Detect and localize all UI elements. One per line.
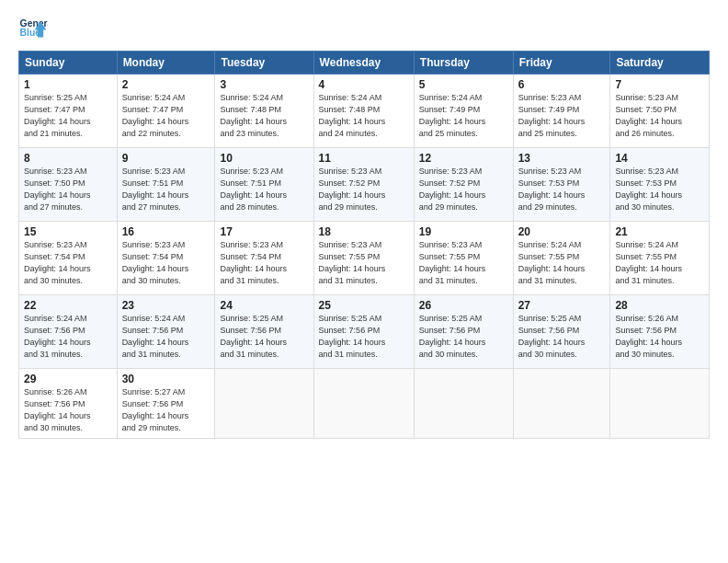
day-info: Sunrise: 5:23 AMSunset: 7:54 PMDaylight:… [220, 239, 308, 287]
day-number: 7 [615, 78, 704, 91]
day-info: Sunrise: 5:24 AMSunset: 7:55 PMDaylight:… [518, 239, 606, 287]
day-number: 4 [319, 78, 409, 91]
day-info: Sunrise: 5:26 AMSunset: 7:56 PMDaylight:… [615, 313, 704, 361]
table-row: 23Sunrise: 5:24 AMSunset: 7:56 PMDayligh… [117, 295, 215, 369]
day-number: 2 [122, 78, 210, 91]
day-info: Sunrise: 5:24 AMSunset: 7:48 PMDaylight:… [319, 92, 409, 140]
table-row: 28Sunrise: 5:26 AMSunset: 7:56 PMDayligh… [610, 295, 710, 369]
table-row: 22Sunrise: 5:24 AMSunset: 7:56 PMDayligh… [19, 295, 118, 369]
day-info: Sunrise: 5:23 AMSunset: 7:50 PMDaylight:… [24, 166, 112, 213]
col-saturday: Saturday [610, 52, 710, 75]
day-number: 13 [518, 152, 606, 165]
day-number: 12 [419, 152, 508, 165]
table-row: 24Sunrise: 5:25 AMSunset: 7:56 PMDayligh… [215, 295, 313, 369]
header: General Blue [18, 14, 710, 43]
table-row: 19Sunrise: 5:23 AMSunset: 7:55 PMDayligh… [414, 222, 513, 295]
table-row: 20Sunrise: 5:24 AMSunset: 7:55 PMDayligh… [513, 222, 610, 295]
day-number: 20 [518, 225, 606, 238]
day-number: 17 [220, 225, 308, 238]
col-wednesday: Wednesday [313, 52, 414, 75]
day-info: Sunrise: 5:24 AMSunset: 7:49 PMDaylight:… [419, 92, 508, 140]
day-number: 21 [615, 225, 704, 238]
table-row: 1Sunrise: 5:25 AMSunset: 7:47 PMDaylight… [19, 75, 118, 148]
day-info: Sunrise: 5:24 AMSunset: 7:55 PMDaylight:… [615, 239, 704, 287]
day-number: 28 [615, 299, 704, 312]
day-info: Sunrise: 5:24 AMSunset: 7:47 PMDaylight:… [122, 92, 210, 140]
day-info: Sunrise: 5:24 AMSunset: 7:56 PMDaylight:… [122, 313, 210, 361]
day-number: 30 [122, 373, 210, 385]
table-row [513, 369, 610, 439]
table-row: 25Sunrise: 5:25 AMSunset: 7:56 PMDayligh… [313, 295, 414, 369]
col-tuesday: Tuesday [215, 52, 313, 75]
col-friday: Friday [513, 52, 610, 75]
day-number: 18 [319, 225, 409, 238]
day-info: Sunrise: 5:23 AMSunset: 7:52 PMDaylight:… [319, 166, 409, 213]
day-number: 25 [319, 299, 409, 312]
table-row: 11Sunrise: 5:23 AMSunset: 7:52 PMDayligh… [313, 148, 414, 222]
day-info: Sunrise: 5:23 AMSunset: 7:55 PMDaylight:… [419, 239, 508, 287]
day-info: Sunrise: 5:23 AMSunset: 7:51 PMDaylight:… [122, 166, 210, 213]
logo-icon: General Blue [18, 14, 48, 43]
day-info: Sunrise: 5:23 AMSunset: 7:54 PMDaylight:… [24, 239, 112, 287]
table-row: 6Sunrise: 5:23 AMSunset: 7:49 PMDaylight… [513, 75, 610, 148]
day-number: 8 [24, 152, 112, 165]
day-number: 14 [615, 152, 704, 165]
day-info: Sunrise: 5:23 AMSunset: 7:52 PMDaylight:… [419, 166, 508, 213]
table-row: 9Sunrise: 5:23 AMSunset: 7:51 PMDaylight… [117, 148, 215, 222]
table-row: 2Sunrise: 5:24 AMSunset: 7:47 PMDaylight… [117, 75, 215, 148]
table-row: 30Sunrise: 5:27 AMSunset: 7:56 PMDayligh… [117, 369, 215, 439]
col-thursday: Thursday [414, 52, 513, 75]
day-number: 6 [518, 78, 606, 91]
table-row: 21Sunrise: 5:24 AMSunset: 7:55 PMDayligh… [610, 222, 710, 295]
day-info: Sunrise: 5:25 AMSunset: 7:56 PMDaylight:… [518, 313, 606, 361]
table-row [414, 369, 513, 439]
table-row: 15Sunrise: 5:23 AMSunset: 7:54 PMDayligh… [19, 222, 118, 295]
day-info: Sunrise: 5:23 AMSunset: 7:53 PMDaylight:… [518, 166, 606, 213]
table-row: 16Sunrise: 5:23 AMSunset: 7:54 PMDayligh… [117, 222, 215, 295]
day-info: Sunrise: 5:25 AMSunset: 7:56 PMDaylight:… [419, 313, 508, 361]
table-row: 17Sunrise: 5:23 AMSunset: 7:54 PMDayligh… [215, 222, 313, 295]
day-number: 10 [220, 152, 308, 165]
day-info: Sunrise: 5:23 AMSunset: 7:53 PMDaylight:… [615, 166, 704, 213]
table-row [215, 369, 313, 439]
table-row: 8Sunrise: 5:23 AMSunset: 7:50 PMDaylight… [19, 148, 118, 222]
day-number: 9 [122, 152, 210, 165]
calendar-page: General Blue Sunday Monday Tuesday Wedne… [0, 0, 728, 563]
day-info: Sunrise: 5:25 AMSunset: 7:56 PMDaylight:… [319, 313, 409, 361]
calendar-table: Sunday Monday Tuesday Wednesday Thursday… [18, 51, 710, 439]
table-row: 4Sunrise: 5:24 AMSunset: 7:48 PMDaylight… [313, 75, 414, 148]
day-info: Sunrise: 5:25 AMSunset: 7:47 PMDaylight:… [24, 92, 112, 140]
logo: General Blue [18, 14, 48, 43]
day-info: Sunrise: 5:26 AMSunset: 7:56 PMDaylight:… [24, 386, 112, 434]
day-info: Sunrise: 5:23 AMSunset: 7:51 PMDaylight:… [220, 166, 308, 213]
day-number: 15 [24, 225, 112, 238]
day-number: 29 [24, 373, 112, 385]
day-info: Sunrise: 5:24 AMSunset: 7:56 PMDaylight:… [24, 313, 112, 361]
table-row [610, 369, 710, 439]
table-row [313, 369, 414, 439]
col-sunday: Sunday [19, 52, 118, 75]
table-row: 29Sunrise: 5:26 AMSunset: 7:56 PMDayligh… [19, 369, 118, 439]
day-number: 23 [122, 299, 210, 312]
calendar-header-row: Sunday Monday Tuesday Wednesday Thursday… [19, 52, 710, 75]
day-number: 16 [122, 225, 210, 238]
table-row: 14Sunrise: 5:23 AMSunset: 7:53 PMDayligh… [610, 148, 710, 222]
table-row: 18Sunrise: 5:23 AMSunset: 7:55 PMDayligh… [313, 222, 414, 295]
day-info: Sunrise: 5:27 AMSunset: 7:56 PMDaylight:… [122, 386, 210, 434]
table-row: 5Sunrise: 5:24 AMSunset: 7:49 PMDaylight… [414, 75, 513, 148]
table-row: 3Sunrise: 5:24 AMSunset: 7:48 PMDaylight… [215, 75, 313, 148]
day-number: 24 [220, 299, 308, 312]
day-number: 3 [220, 78, 308, 91]
table-row: 12Sunrise: 5:23 AMSunset: 7:52 PMDayligh… [414, 148, 513, 222]
day-number: 22 [24, 299, 112, 312]
day-number: 27 [518, 299, 606, 312]
table-row: 27Sunrise: 5:25 AMSunset: 7:56 PMDayligh… [513, 295, 610, 369]
day-info: Sunrise: 5:24 AMSunset: 7:48 PMDaylight:… [220, 92, 308, 140]
table-row: 13Sunrise: 5:23 AMSunset: 7:53 PMDayligh… [513, 148, 610, 222]
day-number: 19 [419, 225, 508, 238]
day-info: Sunrise: 5:23 AMSunset: 7:50 PMDaylight:… [615, 92, 704, 140]
table-row: 10Sunrise: 5:23 AMSunset: 7:51 PMDayligh… [215, 148, 313, 222]
day-number: 11 [319, 152, 409, 165]
day-number: 26 [419, 299, 508, 312]
day-info: Sunrise: 5:25 AMSunset: 7:56 PMDaylight:… [220, 313, 308, 361]
